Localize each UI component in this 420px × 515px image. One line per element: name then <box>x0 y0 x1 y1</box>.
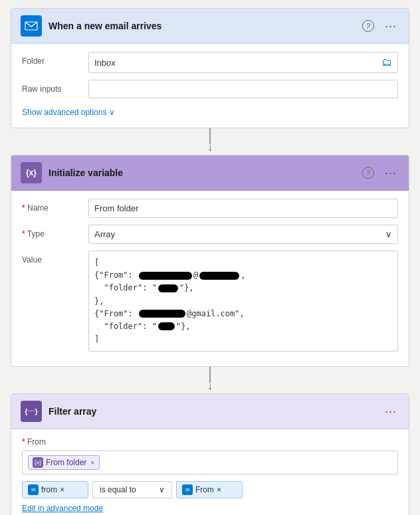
trigger-icon <box>21 15 42 37</box>
folder-input[interactable]: Inbox 🗂 <box>88 52 398 73</box>
code-line-1: [ <box>94 257 392 269</box>
folder-icon: 🗂 <box>381 56 392 68</box>
code-line-7: ] <box>94 333 392 346</box>
from-tag-input[interactable]: {x} From folder × <box>22 451 398 474</box>
folder-row: Folder Inbox 🗂 <box>22 52 398 73</box>
condition-left-tag[interactable]: ✉ from × <box>22 481 88 498</box>
redacted-2 <box>199 272 239 280</box>
code-line-3: "folder": ""}, <box>94 282 392 294</box>
curly-brace-icon: {x} <box>26 168 37 177</box>
filter-card-header: {⋯} Filter array ··· <box>11 394 409 429</box>
init-card-header: {x} Initialize variable ? ··· <box>11 155 409 191</box>
from-section-label: * From <box>22 437 398 447</box>
name-label: Name <box>22 199 82 213</box>
condition-left-icon: ✉ <box>28 484 39 495</box>
type-row: Type Array ∨ <box>22 225 398 244</box>
redacted-1 <box>139 272 192 280</box>
trigger-card: When a new email arrives ? ··· Folder In… <box>11 8 409 128</box>
trigger-card-header: When a new email arrives ? ··· <box>11 9 409 44</box>
email-icon <box>25 21 38 31</box>
arrow-down-icon-2: ↓ <box>207 380 213 392</box>
raw-inputs-row: Raw inputs <box>22 80 398 98</box>
trigger-title: When a new email arrives <box>49 21 353 31</box>
trigger-more-button[interactable]: ··· <box>382 18 399 35</box>
folder-label: Folder <box>22 52 82 66</box>
connector-2: ↓ <box>207 367 213 393</box>
edit-advanced-button[interactable]: Edit in advanced mode <box>22 504 103 513</box>
name-input[interactable]: From folder <box>88 199 398 218</box>
redacted-4 <box>139 310 185 318</box>
redacted-3 <box>158 284 178 292</box>
question-icon-2: ? <box>362 167 374 179</box>
type-select[interactable]: Array ∨ <box>88 225 398 244</box>
filter-more-button[interactable]: ··· <box>382 403 399 420</box>
required-star: * <box>22 437 27 447</box>
show-advanced-label: Show advanced options <box>22 108 106 117</box>
chevron-down-icon: ∨ <box>109 108 115 117</box>
trigger-card-body: Folder Inbox 🗂 Raw inputs Show advanced … <box>11 44 409 128</box>
arrow-down-icon-1: ↓ <box>207 142 213 154</box>
code-line-6: "folder": ""}, <box>94 320 392 333</box>
folder-value: Inbox <box>94 58 116 68</box>
filter-brace-icon: {⋯} <box>25 407 38 416</box>
init-variable-card: {x} Initialize variable ? ··· Name From … <box>11 155 409 367</box>
code-line-5: {"From": @gmail.com", <box>94 308 392 320</box>
type-chevron-icon: ∨ <box>385 229 392 239</box>
from-folder-tag-label: From folder <box>46 458 86 467</box>
code-line-2: {"From": @, <box>94 269 392 282</box>
filter-card-body: * From {x} From folder × ✉ from × <box>11 429 409 515</box>
name-value: From folder <box>94 203 138 213</box>
type-value: Array <box>94 229 115 239</box>
filter-title: Filter array <box>49 406 375 417</box>
init-header-actions: ? ··· <box>360 165 399 181</box>
condition-right-icon: ✉ <box>182 484 193 495</box>
trigger-header-actions: ? ··· <box>360 18 399 35</box>
raw-inputs-input[interactable] <box>88 80 398 98</box>
question-icon: ? <box>362 20 374 32</box>
condition-operator-chevron: ∨ <box>159 485 165 494</box>
condition-left-label: from <box>41 485 57 494</box>
init-title: Initialize variable <box>49 167 353 178</box>
connector-1: ↓ <box>207 128 213 155</box>
filter-header-actions: ··· <box>382 403 399 420</box>
tag-close-button[interactable]: × <box>90 459 94 466</box>
from-section: * From {x} From folder × <box>22 437 398 474</box>
value-row: Value [ {"From": @, "folder": ""}, }, {"… <box>22 251 398 352</box>
tag-curly-icon: {x} <box>33 457 43 468</box>
redacted-5 <box>158 322 175 330</box>
filter-array-card: {⋯} Filter array ··· * From {x} From fol… <box>11 393 409 515</box>
condition-right-tag[interactable]: ✉ From × <box>176 481 243 498</box>
name-row: Name From folder <box>22 199 398 218</box>
condition-operator-dropdown[interactable]: is equal to ∨ <box>92 481 172 498</box>
init-card-body: Name From folder Type Array ∨ Value [ {"… <box>11 191 409 366</box>
type-label: Type <box>22 225 82 239</box>
init-help-button[interactable]: ? <box>360 165 377 180</box>
condition-right-close[interactable]: × <box>217 485 221 494</box>
condition-operator-label: is equal to <box>100 485 136 494</box>
init-icon: {x} <box>21 162 42 183</box>
init-more-button[interactable]: ··· <box>382 165 399 181</box>
show-advanced-button[interactable]: Show advanced options ∨ <box>22 105 115 120</box>
value-input[interactable]: [ {"From": @, "folder": ""}, }, {"From":… <box>88 251 398 352</box>
value-label: Value <box>22 251 82 264</box>
condition-left-close[interactable]: × <box>60 485 64 494</box>
filter-icon: {⋯} <box>21 401 42 422</box>
condition-right-label: From <box>195 485 214 494</box>
condition-row: ✉ from × is equal to ∨ ✉ From × <box>22 481 398 498</box>
trigger-help-button[interactable]: ? <box>360 19 377 33</box>
code-line-4: }, <box>94 295 392 308</box>
raw-inputs-label: Raw inputs <box>22 80 82 94</box>
from-folder-tag[interactable]: {x} From folder × <box>28 455 100 470</box>
